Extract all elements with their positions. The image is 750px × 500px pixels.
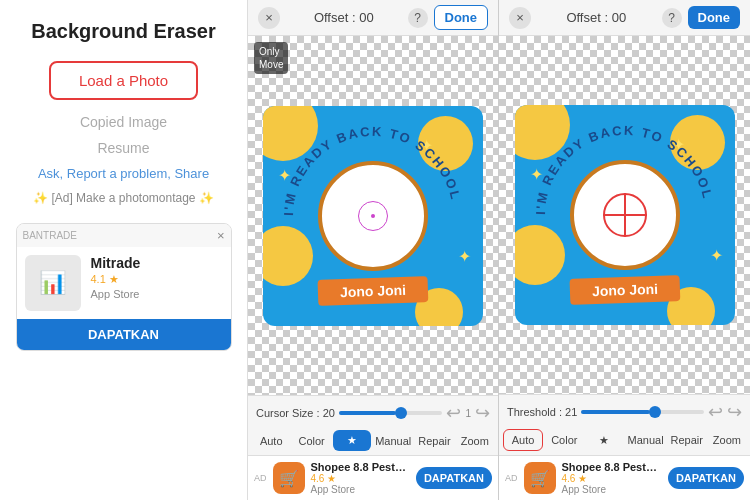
right-tool-manual[interactable]: Manual	[626, 430, 666, 450]
mid-close-button[interactable]: ×	[258, 7, 280, 29]
right-as-info: Shopee 8.8 Pesta Supermarket 4.6 ★ App S…	[562, 461, 662, 495]
mid-header: × Offset : 00 ? Done	[248, 0, 498, 36]
right-undo-redo: ↩ ↪	[708, 401, 742, 423]
mid-as-store: App Store	[311, 484, 410, 495]
resume-item[interactable]: Resume	[97, 140, 149, 156]
ad-banner: BANTRADE × 📊 Mitrade 4.1 ★ App Store DAP…	[16, 223, 232, 351]
mid-as-icon: 🛒	[273, 462, 305, 494]
right-offset-label: Offset : 00	[566, 10, 626, 25]
mid-as-title: Shopee 8.8 Pesta Supermarket	[311, 461, 410, 473]
right-close-button[interactable]: ×	[509, 7, 531, 29]
right-cursor-label: Threshold : 21	[507, 406, 577, 418]
mid-appstore-banner: AD 🛒 Shopee 8.8 Pesta Supermarket 4.6 ★ …	[248, 455, 498, 500]
right-banner-text: Jono Joni	[569, 275, 680, 305]
mid-as-info: Shopee 8.8 Pesta Supermarket 4.6 ★ App S…	[311, 461, 410, 495]
bts-background-right: ✦ ✦ ✦ ★ I'M READY BACK TO SCHOOL	[515, 105, 735, 325]
mid-offset-label: Offset : 00	[314, 10, 374, 25]
bts-background: ✦ ✦ ✦ ★ I'M READY BACK TO SCHOOL	[263, 106, 483, 326]
right-ad-indicator: AD	[505, 473, 518, 483]
copied-image-item[interactable]: Copied Image	[80, 114, 167, 130]
mid-tool-row: Auto Color ★ Manual Repair Zoom	[252, 430, 494, 451]
right-canvas-area[interactable]: ✦ ✦ ✦ ★ I'M READY BACK TO SCHOOL	[499, 36, 750, 394]
mid-undo-redo: ↩ 1 ↪	[446, 402, 490, 424]
right-help-button[interactable]: ?	[662, 8, 682, 28]
mid-undo-count: 1	[465, 408, 471, 419]
right-tool-star[interactable]: ★	[585, 430, 623, 451]
left-panel: Background Eraser Load a Photo Copied Im…	[0, 0, 248, 500]
right-tool-zoom[interactable]: Zoom	[708, 430, 746, 450]
right-school-image: ✦ ✦ ✦ ★ I'M READY BACK TO SCHOOL	[499, 36, 750, 394]
ad-cta-button[interactable]: DAPATKAN	[17, 319, 231, 350]
mid-tool-star[interactable]: ★	[333, 430, 371, 451]
right-cursor-row: Threshold : 21 ↩ ↪	[503, 401, 746, 423]
right-slider-track[interactable]	[581, 410, 704, 414]
right-tool-row: Auto Color ★ Manual Repair Zoom	[503, 429, 746, 451]
right-slider-fill	[581, 410, 650, 414]
mid-help-button[interactable]: ?	[408, 8, 428, 28]
ad-brand-label: BANTRADE	[23, 230, 77, 241]
mid-image-container: ✦ ✦ ✦ ★ I'M READY BACK TO SCHOOL	[263, 106, 483, 326]
ad-top-bar: BANTRADE ×	[17, 224, 231, 247]
ad-app-icon: 📊	[25, 255, 81, 311]
right-tool-auto[interactable]: Auto	[503, 429, 543, 451]
mid-canvas-area[interactable]: OnlyMove ✦ ✦ ✦ ★	[248, 36, 498, 395]
ad-close-icon[interactable]: ×	[217, 228, 225, 243]
mid-tool-manual[interactable]: Manual	[373, 431, 413, 451]
right-redo-button[interactable]: ↪	[727, 401, 742, 423]
mid-slider-thumb[interactable]	[395, 407, 407, 419]
right-bottom-bar: Threshold : 21 ↩ ↪ Auto Color ★ Manual R…	[499, 394, 750, 455]
mid-tool-repair[interactable]: Repair	[415, 431, 453, 451]
mid-tool-color[interactable]: Color	[292, 431, 330, 451]
right-tool-color[interactable]: Color	[545, 430, 583, 450]
ad-body: 📊 Mitrade 4.1 ★ App Store	[17, 247, 231, 319]
ad-promo-label: ✨ [Ad] Make a photomontage ✨	[33, 191, 214, 205]
mid-tool-auto[interactable]: Auto	[252, 431, 290, 451]
mid-school-image: ✦ ✦ ✦ ★ I'M READY BACK TO SCHOOL	[248, 36, 498, 395]
right-header: × Offset : 00 ? Done	[499, 0, 750, 36]
right-as-title: Shopee 8.8 Pesta Supermarket	[562, 461, 662, 473]
right-panel: × Offset : 00 ? Done ✦ ✦ ✦ ★	[499, 0, 750, 500]
mid-tool-zoom[interactable]: Zoom	[456, 431, 494, 451]
mid-redo-button[interactable]: ↪	[475, 402, 490, 424]
right-undo-button[interactable]: ↩	[708, 401, 723, 423]
links-row[interactable]: Ask, Report a problem, Share	[38, 166, 209, 181]
mid-done-button[interactable]: Done	[434, 5, 489, 30]
ad-info: Mitrade 4.1 ★ App Store	[91, 255, 223, 300]
mid-bottom-bar: Cursor Size : 20 ↩ 1 ↪ Auto Color ★ Manu…	[248, 395, 498, 455]
svg-text:I'M READY BACK TO SCHOOL: I'M READY BACK TO SCHOOL	[532, 123, 715, 215]
right-as-icon: 🛒	[524, 462, 556, 494]
load-photo-button[interactable]: Load a Photo	[49, 61, 198, 100]
right-done-button[interactable]: Done	[688, 6, 741, 29]
mid-panel: × Offset : 00 ? Done OnlyMove ✦ ✦ ✦ ★	[248, 0, 499, 500]
right-slider-thumb[interactable]	[649, 406, 661, 418]
ad-icon-symbol: 📊	[39, 270, 66, 296]
right-tool-repair[interactable]: Repair	[668, 430, 706, 450]
mid-slider-fill	[339, 411, 396, 415]
mid-slider-track[interactable]	[339, 411, 443, 415]
right-image-container: ✦ ✦ ✦ ★ I'M READY BACK TO SCHOOL	[515, 105, 735, 325]
app-title: Background Eraser	[31, 20, 216, 43]
right-as-stars: 4.6 ★	[562, 473, 662, 484]
right-as-store: App Store	[562, 484, 662, 495]
mid-ad-indicator: AD	[254, 473, 267, 483]
svg-text:I'M READY BACK TO SCHOOL: I'M READY BACK TO SCHOOL	[281, 123, 464, 215]
right-appstore-banner: AD 🛒 Shopee 8.8 Pesta Supermarket 4.6 ★ …	[499, 455, 750, 500]
mid-as-cta-button[interactable]: DAPATKAN	[416, 467, 492, 489]
right-as-cta-button[interactable]: DAPATKAN	[668, 467, 744, 489]
mid-banner-text: Jono Joni	[318, 276, 429, 306]
mid-as-stars: 4.6 ★	[311, 473, 410, 484]
mid-cursor-label: Cursor Size : 20	[256, 407, 335, 419]
ad-rating: 4.1 ★	[91, 273, 223, 286]
only-move-badge: OnlyMove	[254, 42, 288, 74]
ad-store-label: App Store	[91, 288, 223, 300]
ad-app-name: Mitrade	[91, 255, 223, 271]
mid-undo-button[interactable]: ↩	[446, 402, 461, 424]
mid-cursor-row: Cursor Size : 20 ↩ 1 ↪	[252, 402, 494, 424]
